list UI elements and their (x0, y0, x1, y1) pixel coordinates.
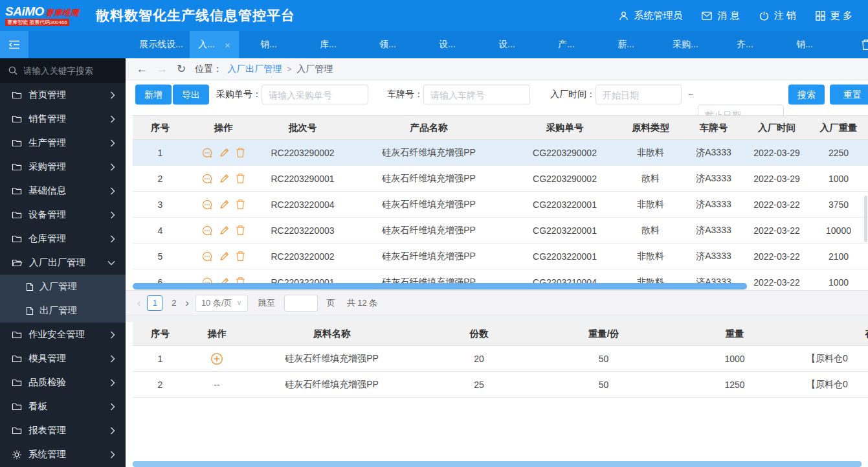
tab-item[interactable]: 销... (239, 31, 298, 58)
tab-item[interactable]: 展示线设... (133, 31, 190, 58)
tab-item[interactable]: 领... (358, 31, 417, 58)
tab-close-icon[interactable]: × (225, 40, 230, 50)
comment-icon[interactable] (201, 225, 213, 236)
sidebar-item-sales[interactable]: 销售管理 (0, 107, 126, 131)
table-row[interactable]: 5 RC2203220002 硅灰石纤维填充增强PP CG2203220001 … (133, 244, 868, 269)
tab-item[interactable]: 库... (298, 31, 358, 58)
table-row[interactable]: 2 -- 硅灰石纤维填充增强PP 25 50 1250 【原料仓0 (133, 372, 868, 398)
add-button[interactable]: 新增 (135, 85, 172, 105)
vertical-scrollbar[interactable] (864, 196, 867, 242)
edit-icon[interactable] (219, 251, 230, 262)
sidebar-collapse-button[interactable] (0, 31, 28, 58)
table-row[interactable]: 3 RC2203220004 硅灰石纤维填充增强PP CG2203220001 … (133, 192, 868, 218)
reset-button[interactable]: 重置 (830, 85, 868, 105)
page-button-active[interactable]: 1 (147, 295, 162, 311)
next-page-icon[interactable]: › (186, 297, 189, 309)
chevron-right-icon (110, 403, 115, 411)
sidebar-item-system[interactable]: 系统管理 (0, 442, 126, 466)
sidebar-item-purchase[interactable]: 采购管理 (0, 155, 126, 179)
material-table-header: 序号 操作 原料名称 份数 重量/份 重量 存 (133, 322, 868, 346)
sidebar-item-inout-factory[interactable]: 入厂出厂管理 (0, 251, 126, 275)
sidebar-item-reports[interactable]: 报表管理 (0, 418, 126, 442)
start-date-input[interactable] (595, 85, 682, 105)
delete-icon[interactable] (236, 147, 245, 158)
chevron-right-icon (110, 235, 115, 243)
tab-item[interactable]: 设... (477, 31, 537, 58)
tab-item[interactable]: 齐... (715, 31, 775, 58)
delete-icon[interactable] (236, 173, 245, 184)
delete-icon[interactable] (236, 199, 245, 210)
folder-icon (12, 234, 22, 244)
back-icon[interactable]: ← (137, 63, 148, 74)
page-unit-label: 页 (327, 297, 335, 309)
sidebar-subitem-entry-management[interactable]: 入厂管理 (0, 275, 126, 299)
edit-icon[interactable] (219, 147, 230, 158)
tab-item[interactable]: 产... (537, 31, 596, 58)
brand-name: SAiMO (5, 5, 44, 17)
folder-icon (12, 330, 22, 339)
edit-icon[interactable] (219, 173, 230, 184)
logout-button[interactable]: 注 销 (759, 10, 796, 22)
delete-icon[interactable] (236, 251, 245, 262)
search-input[interactable] (23, 66, 114, 76)
more-button[interactable]: 更 多 (816, 10, 852, 22)
comment-icon[interactable] (201, 251, 213, 262)
comment-icon[interactable] (201, 147, 213, 159)
table-row[interactable]: 1 RC2203290002 硅灰石纤维填充增强PP CG2203290002 … (133, 140, 868, 166)
row-actions (188, 218, 259, 243)
folder-icon (12, 139, 22, 148)
table-row[interactable]: 1 硅灰石纤维填充增强PP 20 50 1000 【原料仓0 (133, 346, 868, 372)
folder-icon (12, 378, 22, 387)
messages-button[interactable]: 消 息 (702, 10, 739, 22)
sidebar-item-warehouse[interactable]: 仓库管理 (0, 227, 126, 251)
edit-icon[interactable] (219, 199, 230, 210)
mail-icon (702, 12, 712, 20)
forward-icon[interactable]: → (157, 63, 168, 74)
refresh-icon[interactable]: ↻ (177, 63, 186, 74)
sidebar-item-quality[interactable]: 品质检验 (0, 370, 126, 394)
toolbar: 新增 导出 采购单号： 车牌号： 入厂时间： ~ 搜索 重置 (126, 80, 868, 109)
table-row[interactable]: 4 RC2203220003 硅灰石纤维填充增强PP CG2203220001 … (133, 218, 868, 244)
tab-item[interactable]: 采购... (656, 31, 715, 58)
sidebar-item-equipment[interactable]: 设备管理 (0, 203, 126, 227)
jump-page-input[interactable] (284, 295, 318, 312)
grid-icon (816, 11, 825, 21)
sidebar-item-production[interactable]: 生产管理 (0, 131, 126, 155)
entry-table-body: 1 RC2203290002 硅灰石纤维填充增强PP CG2203290002 … (133, 140, 868, 290)
sidebar-item-home[interactable]: 首页管理 (0, 83, 126, 107)
messages-label: 消 息 (717, 10, 739, 22)
comment-icon[interactable] (201, 173, 213, 185)
chevron-right-icon (110, 187, 115, 195)
sidebar-item-mold[interactable]: 模具管理 (0, 347, 126, 370)
user-menu[interactable]: 系统管理员 (619, 10, 682, 22)
sidebar-item-work-safety[interactable]: 作业安全管理 (0, 323, 126, 347)
tab-item[interactable]: 销... (775, 31, 834, 58)
bottom-horizontal-scrollbar[interactable] (133, 461, 862, 467)
horizontal-scrollbar[interactable] (133, 283, 747, 290)
pagination-bar: ‹ 1 2 › 10 条/页 ∨ 跳至 页 共 12 条 (126, 290, 868, 315)
page-button[interactable]: 2 (169, 298, 179, 308)
page-size-select[interactable]: 10 条/页 ∨ (195, 295, 248, 312)
sidebar-subitem-exit-management[interactable]: 出厂管理 (0, 299, 126, 323)
sidebar-item-basic-info[interactable]: 基础信息 (0, 179, 126, 203)
tab-item[interactable]: 薪... (596, 31, 656, 58)
close-all-tabs-trash-icon[interactable] (861, 39, 868, 51)
prev-page-icon[interactable]: ‹ (137, 297, 140, 309)
plate-input[interactable] (423, 85, 530, 105)
po-input[interactable] (262, 85, 368, 105)
search-button[interactable]: 搜索 (788, 85, 825, 105)
page-title: 散料数智化生产线信息管控平台 (96, 6, 295, 25)
delete-icon[interactable] (236, 225, 245, 236)
edit-icon[interactable] (219, 225, 230, 236)
logout-label: 注 销 (774, 10, 796, 22)
chevron-right-icon (110, 379, 115, 387)
sidebar-item-kanban[interactable]: 看板 (0, 394, 126, 418)
tab-item-active[interactable]: 入... × (190, 31, 239, 58)
table-row[interactable]: 2 RC2203290001 硅灰石纤维填充增强PP CG2203290002 … (133, 166, 868, 192)
breadcrumb-parent-link[interactable]: 入厂出厂管理 (227, 63, 282, 75)
export-button[interactable]: 导出 (173, 85, 209, 105)
comment-icon[interactable] (201, 199, 213, 211)
tab-item[interactable]: 设... (417, 31, 477, 58)
open-tabs: 展示线设... 入... × 销... 库... 领... 设... 设... … (133, 31, 834, 58)
add-circle-icon[interactable] (210, 352, 223, 365)
